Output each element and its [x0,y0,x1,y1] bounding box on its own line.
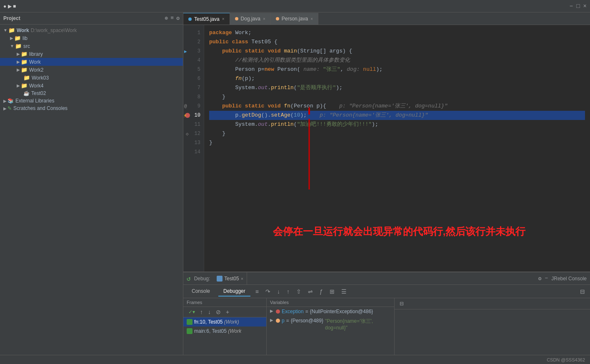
top-bar-icon-maximize[interactable]: □ [576,3,580,10]
code-line-5: Person p=new Person( name: "张三", dog: nu… [209,65,585,74]
code-line-11: System.out.println("加油吧!!!勇敢的少年们!!!"); [209,120,585,129]
expand-arrow-src: ▼ [10,44,14,48]
toolbar-btn-grid[interactable]: ⊞ [328,287,336,296]
top-bar: ● ▶ ■ − □ × [0,0,590,12]
tree-item-work2[interactable]: ▶ 📁 Work2 [0,66,183,74]
toolbar-btn-step-up[interactable]: ↑ [285,287,291,296]
toolbar-btn-run-cursor[interactable]: ⇌ [306,287,315,296]
var-item-p[interactable]: ▶ p = {Person@489} "Person{name='张三', do… [267,316,394,332]
toolbar-btn-step-out[interactable]: ⇧ [295,287,303,296]
tab-person[interactable]: Person.java × [271,13,318,25]
folder-icon-work03: 📁 [23,75,30,81]
frame-btn-add[interactable]: + [224,308,231,316]
jrebel-console-label: JRebel Console [551,276,587,282]
tree-label-src: src [23,43,30,49]
debug-tab-test05[interactable]: Test05 × [213,272,247,285]
tab-close-test05[interactable]: × [222,17,225,21]
right-console-header: ⊟ [395,298,590,309]
toolbar-btn-step-over[interactable]: ↷ [264,287,272,296]
right-console-panel: ⊟ [394,298,590,355]
var-string-p: "Person{name='张三', dog=null}" [325,318,391,331]
tab-close-person[interactable]: × [310,17,313,21]
tab-dog[interactable]: Dog.java × [230,13,271,25]
line-num-3: ▶ 3 [183,47,204,56]
code-line-8: } [209,92,585,102]
tree-item-work4[interactable]: ▶ 📁 Work4 [0,82,183,90]
code-line-6: fn(p); [209,74,585,83]
code-content[interactable]: package Work; public class Test05 { publ… [204,25,590,272]
var-eq-p: = [286,318,289,324]
toolbar-btn-layout[interactable]: ⊟ [578,287,587,296]
frame-icon-main6 [187,328,192,334]
toolbar-btn-list[interactable]: ☰ [340,287,348,296]
code-line-12: } [209,129,585,138]
expand-arrow-library: ▶ [17,52,20,56]
debug-tab-close[interactable]: × [241,276,243,281]
code-editor[interactable]: 1 2 ▶ 3 4 5 6 7 8 @ 9 ⚡ 10 [183,25,590,272]
debug-header: ↺ Debug: Test05 × ⚙ − JRebel Console [183,272,590,285]
var-icon-exception [276,309,280,314]
frame-btn-down[interactable]: ↓ [206,308,212,316]
line-num-9: @ 9 [183,102,204,111]
tab-label-person: Person.java [282,16,308,22]
tree-label-test02: Test02 [31,90,46,96]
right-console-layout-icon[interactable]: ⊟ [400,301,404,307]
frame-btn-check[interactable]: ✓▾ [187,308,197,316]
tree-label-lib: lib [22,35,28,41]
code-line-13: } [209,138,585,147]
tree-item-src[interactable]: ▼ 📁 src [0,42,183,50]
frame-item-main6[interactable]: main:6, Test05 (Work [183,327,266,336]
frame-btn-filter[interactable]: ⊘ [214,308,222,316]
frame-label-fn10: fn:10, Test05 (Work) [194,319,239,325]
tree-item-work-src[interactable]: ▶ 📁 Work [0,58,183,66]
frame-item-fn10[interactable]: fn:10, Test05 (Work) [183,317,266,327]
tree-item-library[interactable]: ▶ 📁 library [0,50,183,58]
line-num-2: 2 [183,37,204,47]
expand-arrow-scratches: ▶ [3,106,7,111]
line-num-14: 14 [183,147,204,157]
tree-item-work03[interactable]: 📁 Work03 [0,74,183,82]
tab-close-dog[interactable]: × [263,17,265,21]
line-num-1: 1 [183,28,204,37]
tab-test05[interactable]: Test05.java × [183,13,230,25]
toolbar-btn-step-down[interactable]: ↓ [275,287,282,296]
folder-icon-work4: 📁 [21,82,28,89]
folder-icon-work-src: 📁 [21,59,28,65]
variables-header: Variables [267,298,394,307]
line-num-12: ◇ 12 [183,129,204,138]
sidebar-header: Project ⊕ ≡ ⚙ [0,12,183,25]
tree-label-work2: Work2 [29,67,43,73]
var-value-p: {Person@489} [291,318,323,324]
code-line-10: p.getDog().setAge(10); p: "Person{name='… [209,111,585,120]
tree-item-scratches[interactable]: ▶ ✎ Scratches and Consoles [0,105,183,112]
line-num-6: 6 [183,74,204,83]
code-line-14 [209,147,585,157]
var-name-p: p [282,318,285,324]
var-expand-exception: ▶ [270,309,273,313]
debug-settings-icon[interactable]: ⚙ [538,275,542,282]
sidebar-icon-collapse[interactable]: ≡ [170,15,174,22]
expand-arrow-work2: ▶ [17,67,20,72]
frame-btn-up[interactable]: ↑ [198,308,205,316]
top-bar-icon-minimize[interactable]: − [570,3,573,10]
tree-item-work-root[interactable]: ▼ 📁 Work D:\work_space\Work [0,26,183,34]
top-bar-icon-close[interactable]: × [583,3,587,10]
debug-icon-restart[interactable]: ↺ [187,274,191,283]
sidebar-title: Project [3,15,20,21]
console-tab-btn[interactable]: Console [187,287,215,297]
tab-bar: Test05.java × Dog.java × Person.java × [183,12,590,25]
debugger-tab-btn[interactable]: Debugger [218,287,250,297]
var-item-exception[interactable]: ▶ Exception = {NullPointerException@486} [267,307,394,316]
toolbar-btn-eval[interactable]: ƒ [318,287,325,296]
tree-item-external-libs[interactable]: ▶ 📚 External Libraries [0,97,183,105]
scratches-icon: ✎ [8,105,12,111]
toolbar-btn-align[interactable]: ≡ [254,287,260,296]
tree-item-lib[interactable]: ▶ 📁 lib [0,34,183,42]
folder-icon-src: 📁 [15,43,22,49]
folder-icon-lib: 📁 [14,35,21,41]
sidebar-icon-scope[interactable]: ⊕ [165,15,168,22]
tree-item-test02[interactable]: ☕ Test02 [0,90,183,97]
debug-dash-icon[interactable]: − [545,275,548,282]
expand-arrow-work-src: ▶ [17,60,20,64]
sidebar-icon-settings[interactable]: ⚙ [176,15,180,22]
